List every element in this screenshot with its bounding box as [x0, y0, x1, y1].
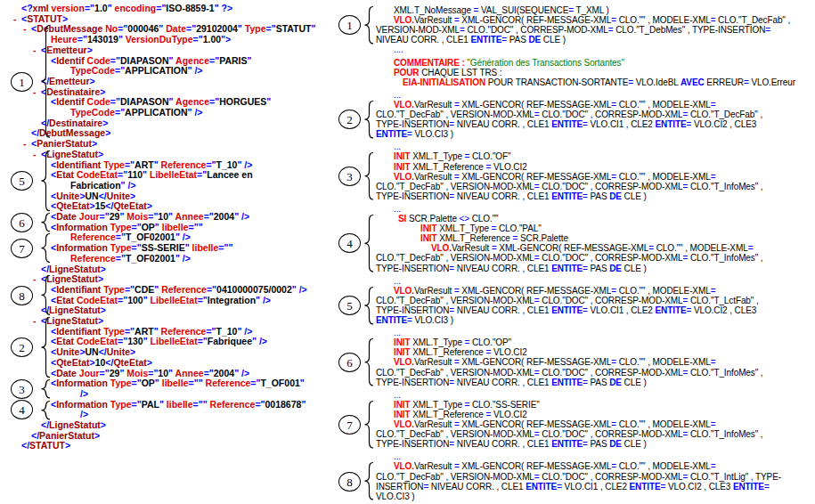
- code-line: POUR CHAQUE LST TRS :: [394, 68, 501, 77]
- code-line: VERSION-MOD-XML= CLO."DOC" , CORRESP-MOD…: [376, 25, 770, 35]
- code-line: VLO.VarResult = XML-GENCOR( REF-MESSAGE-…: [394, 100, 715, 110]
- code-line: INIT XML.T_Type = CLO."OP": [394, 337, 511, 347]
- collapse-minus-icon[interactable]: -: [13, 14, 17, 25]
- code-line: ...: [394, 276, 401, 286]
- code-line: INSERTION= NIVEAU CORR. , CLE1 ENTITE= V…: [376, 482, 770, 492]
- code-line: ...: [394, 328, 401, 337]
- callout-circle: 3: [11, 379, 33, 399]
- code-line: VLO.VarResult = XML-GENCOR( REF-MESSAGE-…: [394, 172, 715, 182]
- code-line: VLO.VarResult = XML-GENCOR( REF-MESSAGE-…: [394, 461, 715, 471]
- curly-brace: [363, 151, 375, 201]
- collapse-minus-icon[interactable]: -: [33, 274, 37, 285]
- code-line: CLO."T_DecFab" , VERSION-MOD-XML= CLO."D…: [376, 296, 759, 305]
- code-line: INIT XML.T_Type = CLO."SS-SERIE": [394, 400, 540, 410]
- code-line: VLO.VarResult = XML-GENCOR( REF-MESSAGE-…: [394, 15, 790, 25]
- collapse-minus-icon[interactable]: -: [33, 45, 37, 56]
- code-line: COMMENTAIRE : "Génération des Transactio…: [394, 58, 624, 68]
- curly-brace: [39, 378, 52, 399]
- code-line: ...: [394, 142, 401, 151]
- code-line: EIA-INITIALISATION POUR TRANSACTION-SORT…: [403, 77, 795, 87]
- callout-circle: 8: [11, 286, 33, 305]
- code-line: INIT XML.T_Reference = VLO.CI2: [394, 410, 527, 419]
- code-line: VLO.VarResult = XML-GENCOR( REF-MESSAGE-…: [394, 286, 715, 296]
- curly-brace: [39, 316, 52, 378]
- code-line: INIT XML.T_Type = CLO."OF": [394, 151, 511, 161]
- collapse-minus-icon[interactable]: -: [23, 24, 27, 35]
- callout-circle: 2: [11, 337, 33, 357]
- code-line: CLO."T_DecFab" , VERSION-MOD-XML= CLO."D…: [376, 182, 763, 191]
- collapse-minus-icon[interactable]: -: [33, 316, 37, 327]
- curly-brace: [39, 150, 52, 212]
- code-line: ...: [394, 390, 401, 400]
- code-line: CLO."T_DecFab" , VERSION-MOD-XML= CLO."D…: [376, 429, 763, 439]
- code-line: INIT XML.T_Type = CLO."PAL": [420, 224, 542, 233]
- curly-brace: [363, 5, 375, 45]
- code-line: TYPE-INSERTION= NIVEAU CORR. , CLE1 ENTI…: [376, 191, 647, 201]
- code-line: ...: [394, 90, 401, 100]
- code-line: ENTITE= VLO.CI3 ): [376, 129, 453, 139]
- callout-circle: 7: [11, 239, 33, 258]
- code-line: VLO.VarResult = XML-GENCOR( REF-MESSAGE-…: [431, 243, 753, 253]
- callout-circle: 1: [11, 72, 33, 92]
- code-line: INIT XML.T_Reference = SCR.Palette: [420, 233, 568, 243]
- curly-brace: [39, 24, 52, 139]
- code-line: ...: [394, 204, 401, 214]
- callout-circle: 4: [338, 233, 361, 253]
- code-line: TYPE-INSERTION= NIVEAU CORR. , CLE1 ENTI…: [376, 378, 647, 387]
- code-line: CLO."T_DecFab" , VERSION-MOD-XML= CLO."D…: [376, 253, 763, 263]
- code-line: SI SCR.Palette <> CLO."": [398, 214, 499, 224]
- curly-brace: [363, 100, 375, 139]
- collapse-minus-icon[interactable]: -: [33, 150, 37, 160]
- callout-circle: 5: [338, 296, 361, 315]
- curly-brace: [363, 400, 375, 450]
- code-line: VLO.VarResult = XML-GENCOR( REF-MESSAGE-…: [394, 357, 715, 367]
- documentation-figure: <?xml version="1.0" encoding="ISO-8859-1…: [0, 0, 815, 504]
- code-line: INIT XML.T_Reference = VLO.CI2: [394, 162, 527, 172]
- code-line: TYPE-INSERTION= NIVEAU CORR. , CLE1 ENTI…: [376, 305, 756, 315]
- callout-circle: 5: [11, 171, 33, 191]
- callout-circle: 4: [11, 400, 33, 419]
- curly-brace: [39, 232, 52, 264]
- callout-circle: 6: [338, 353, 361, 372]
- code-line: XML.T_NoMessage = VAL_SUI(SEQUENCE= T_XM…: [394, 5, 609, 15]
- xml-line: <Information Type="OP" libelle="" Refere…: [51, 378, 305, 389]
- curly-brace: [363, 337, 375, 387]
- code-line: INIT XML.T_Reference = VLO.CI2: [394, 347, 527, 357]
- curly-brace: [39, 212, 52, 232]
- callout-circle: 6: [11, 213, 33, 232]
- code-line: ....: [394, 45, 403, 54]
- callout-circle: 1: [338, 15, 361, 35]
- curly-brace: [39, 400, 52, 420]
- code-line: VLO.VarResult = XML-GENCOR( REF-MESSAGE-…: [394, 419, 715, 429]
- code-line: TYPE-INSERTION= NIVEAU CORR. , CLE1 ENTI…: [376, 264, 647, 273]
- code-line: CLO."T_DecFab" , VERSION-MOD-XML= CLO."D…: [376, 110, 762, 119]
- code-line: CLO."T_DecFab" , VERSION-MOD-XML= CLO."D…: [376, 368, 763, 378]
- code-line: ENTITE= VLO.CI3 ): [376, 315, 453, 325]
- code-line: VLO.CI3 ): [376, 492, 415, 501]
- collapse-minus-icon[interactable]: -: [33, 87, 37, 98]
- callout-circle: 2: [338, 110, 361, 129]
- code-line: CLO."T_DecFab" , VERSION-MOD-XML= CLO."D…: [376, 472, 781, 482]
- curly-brace: [363, 461, 375, 500]
- callout-circle: 7: [338, 415, 361, 435]
- code-line: ...: [394, 451, 401, 461]
- xml-line: <Information Type="PAL" libelle="" Refer…: [51, 400, 306, 411]
- code-line: TYPE-INSERTION= NIVEAU CORR. , CLE1 ENTI…: [376, 439, 647, 449]
- xml-line: </STATUT>: [21, 441, 70, 451]
- code-line: NIVEAU CORR. , CLE1 ENTITE= PAS DE CLE ): [376, 35, 566, 45]
- curly-brace: [363, 286, 375, 325]
- curly-brace: [39, 274, 52, 316]
- code-line: TYPE-INSERTION= NIVEAU CORR. , CLE1 ENTI…: [376, 119, 756, 129]
- collapse-minus-icon[interactable]: -: [23, 139, 27, 150]
- curly-brace: [363, 214, 375, 273]
- callout-circle: 8: [338, 472, 361, 492]
- callout-circle: 3: [338, 167, 361, 186]
